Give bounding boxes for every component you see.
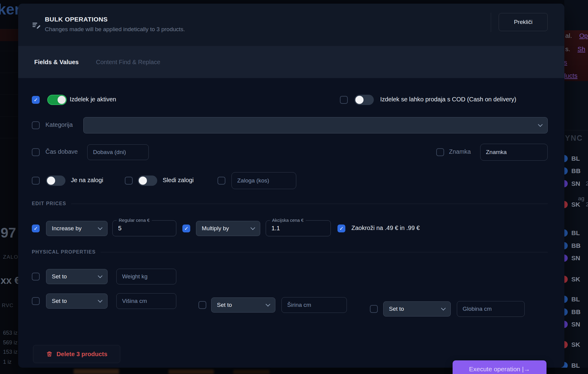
chevron-down-icon [266, 302, 271, 307]
background-rvc-label: RVC [2, 303, 14, 309]
sale-price-checkbox[interactable] [182, 225, 190, 232]
background-product-row: SK [560, 341, 588, 348]
depth-op-value: Set to [389, 306, 404, 312]
height-checkbox[interactable] [32, 297, 40, 305]
row-delivery-brand: Čas dobave Znamka [18, 144, 564, 161]
tab-fields-values[interactable]: Fields & Values [34, 59, 79, 66]
weight-input[interactable] [116, 269, 176, 284]
background-row-divider [0, 94, 18, 95]
chevron-down-icon [98, 225, 103, 230]
modal-subtitle: Changes made will be applied indetically… [45, 26, 185, 33]
cancel-button[interactable]: Prekliči [499, 13, 548, 31]
toggle-knob [47, 177, 55, 185]
background-date-fragment: ag [578, 195, 584, 202]
background-link[interactable]: Sh [577, 45, 585, 53]
product-code: BL [571, 155, 580, 162]
cod-toggle[interactable] [354, 95, 374, 105]
background-link[interactable]: Op [579, 32, 588, 39]
width-checkbox[interactable] [198, 301, 206, 309]
modal-title: BULK OPERATIONS [45, 16, 108, 23]
background-row-divider [0, 138, 18, 138]
track-stock-checkbox[interactable] [125, 177, 133, 185]
background-row-divider [564, 130, 588, 130]
delivery-checkbox[interactable] [32, 148, 40, 156]
background-sync-header: YNC [565, 134, 583, 143]
header-divider [491, 13, 491, 32]
category-select[interactable] [83, 117, 548, 133]
delivery-days-input[interactable] [87, 144, 149, 160]
tab-content-find-replace[interactable]: Content Find & Replace [96, 59, 160, 66]
execute-operation-button[interactable]: Execute operation |→ [453, 360, 546, 374]
cod-checkbox[interactable] [340, 96, 348, 104]
background-product-row: SK2 [560, 201, 588, 208]
regular-price-field: Regular cena € [112, 220, 176, 236]
row-fragment: 2 [586, 180, 588, 187]
background-row-divider [0, 29, 18, 29]
bulk-operations-modal: BULK OPERATIONS Changes made will be app… [18, 4, 564, 368]
product-code: SN [571, 180, 580, 187]
background-product-row: SK [560, 276, 588, 283]
product-code: BB [571, 308, 580, 316]
chevron-down-icon [441, 306, 446, 310]
background-thumbnail [74, 369, 119, 374]
toggle-knob [58, 96, 66, 104]
in-stock-toggle[interactable] [46, 176, 65, 186]
row-stock: Je na zalogi Sledi zalogi [18, 172, 564, 189]
active-checkbox[interactable] [32, 96, 40, 104]
background-count: 1 iz [3, 359, 12, 365]
delete-products-button[interactable]: Delete 3 products [33, 345, 120, 363]
delete-products-label: Delete 3 products [57, 351, 108, 358]
in-stock-label: Je na zalogi [71, 177, 103, 184]
stock-qty-checkbox[interactable] [218, 177, 225, 185]
height-op-select[interactable]: Set to [46, 294, 108, 309]
sale-price-op-value: Multiply by [202, 225, 229, 232]
toggle-knob [139, 177, 147, 185]
chevron-down-icon [538, 122, 543, 127]
sale-price-input[interactable] [266, 221, 331, 236]
background-count: 569 iz [3, 340, 18, 346]
delivery-label: Čas dobave [45, 148, 78, 155]
background-product-row: SN2 [560, 180, 588, 187]
stock-qty-input[interactable] [231, 172, 296, 189]
regular-price-input[interactable] [113, 221, 176, 236]
category-label: Kategorija [45, 121, 73, 128]
regular-price-field-label: Regular cena € [117, 218, 152, 223]
regular-price-checkbox[interactable] [32, 225, 40, 232]
product-code: BL [571, 229, 580, 237]
brand-checkbox[interactable] [436, 148, 444, 156]
section-physical-properties: PHYSICAL PROPERTIES [32, 249, 548, 255]
regular-price-op-value: Increase by [52, 225, 81, 232]
active-toggle[interactable] [47, 95, 67, 105]
depth-op-select[interactable]: Set to [383, 301, 451, 317]
chevron-down-icon [98, 273, 103, 278]
in-stock-checkbox[interactable] [32, 177, 40, 185]
width-input[interactable] [281, 297, 347, 313]
cod-label: Izdelek se lahko prodaja s COD (Cash on … [380, 96, 516, 103]
depth-checkbox[interactable] [370, 305, 378, 313]
background-row-tint [0, 29, 18, 41]
background-table-left: 97 ZALOG xx € RVC 653 iz 569 iz 153 iz 1… [0, 0, 18, 374]
sale-price-op-select[interactable]: Multiply by [196, 221, 260, 236]
modal-tabs: Fields & Values Content Find & Replace [18, 46, 564, 78]
weight-op-select[interactable]: Set to [46, 269, 108, 284]
weight-op-value: Set to [52, 273, 67, 280]
background-product-row: SN [560, 321, 588, 328]
section-label: EDIT PRICES [32, 201, 66, 206]
width-op-select[interactable]: Set to [211, 297, 275, 313]
background-link[interactable]: ducts [562, 72, 577, 79]
category-checkbox[interactable] [32, 121, 40, 129]
section-divider [71, 204, 548, 204]
product-code: BB [571, 242, 580, 249]
track-stock-label: Sledi zalogi [163, 177, 194, 184]
brand-input[interactable] [480, 144, 548, 161]
background-row-divider [0, 73, 18, 73]
height-input[interactable] [116, 293, 176, 309]
track-stock-toggle[interactable] [138, 176, 157, 186]
background-thumbnail [233, 370, 270, 374]
depth-input[interactable] [457, 301, 525, 317]
regular-price-op-select[interactable]: Increase by [46, 221, 108, 236]
product-code: BB [571, 167, 580, 175]
round-prices-checkbox[interactable] [337, 225, 345, 232]
background-product-row: BL [560, 296, 588, 303]
weight-checkbox[interactable] [32, 273, 40, 280]
